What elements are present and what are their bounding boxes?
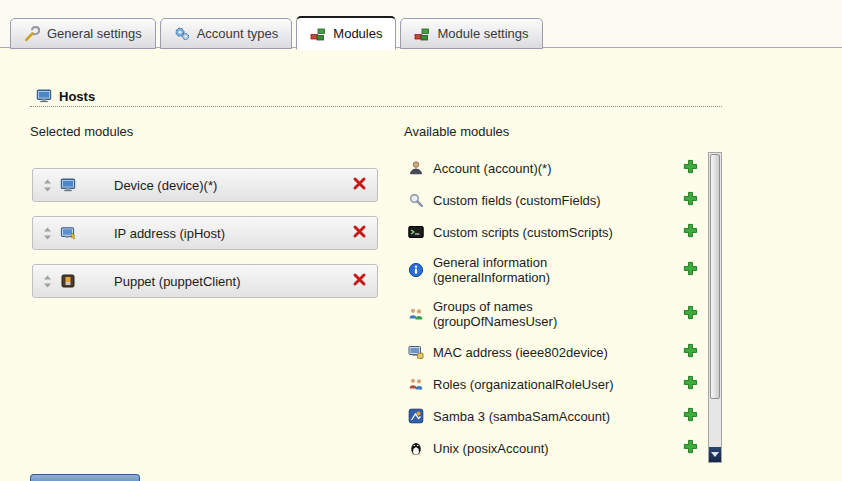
add-module-button[interactable] bbox=[683, 407, 698, 425]
drag-handle-icon[interactable] bbox=[43, 179, 52, 192]
available-module-row: Samba 3 (sambaSamAccount) bbox=[404, 400, 704, 432]
available-module-label: General information (generalInformation) bbox=[433, 255, 648, 285]
available-module-label: Groups of names (groupOfNamesUser) bbox=[433, 299, 648, 329]
selected-module-label: IP address (ipHost) bbox=[114, 226, 225, 241]
section-heading: Hosts bbox=[36, 88, 95, 104]
penguin-icon bbox=[408, 440, 424, 456]
network-chip-icon bbox=[408, 344, 424, 360]
save-button-partial[interactable] bbox=[30, 474, 140, 481]
tab-label: Module settings bbox=[437, 26, 528, 41]
tab-label: Account types bbox=[197, 26, 279, 41]
available-module-row: MAC address (ieee802device) bbox=[404, 336, 704, 368]
plus-icon bbox=[683, 375, 698, 393]
wrench-icon bbox=[24, 26, 40, 42]
remove-module-button[interactable] bbox=[352, 176, 367, 194]
terminal-icon bbox=[408, 224, 424, 240]
add-module-button[interactable] bbox=[683, 261, 698, 279]
lam-configuration-page: General settings Account types Modules M… bbox=[0, 0, 842, 481]
add-module-button[interactable] bbox=[683, 191, 698, 209]
selected-module-label: Puppet (puppetClient) bbox=[114, 274, 240, 289]
add-module-button[interactable] bbox=[683, 439, 698, 457]
add-module-button[interactable] bbox=[683, 305, 698, 323]
available-module-label: Account (account)(*) bbox=[433, 161, 648, 176]
drag-handle-icon[interactable] bbox=[43, 275, 52, 288]
tab-modules[interactable]: Modules bbox=[296, 16, 396, 50]
modules-icon bbox=[310, 26, 326, 42]
available-module-label: Samba 3 (sambaSamAccount) bbox=[433, 409, 648, 424]
selected-modules-list: Device (device)(*) IP address (ipHost) P… bbox=[32, 168, 378, 312]
available-modules-panel: Account (account)(*) Custom fields (cust… bbox=[404, 152, 722, 463]
delete-icon bbox=[352, 224, 367, 242]
available-modules-list: Account (account)(*) Custom fields (cust… bbox=[404, 152, 704, 463]
scroll-down-button[interactable] bbox=[709, 447, 721, 462]
page-title: Hosts bbox=[59, 89, 95, 104]
scrollbar-thumb[interactable] bbox=[710, 154, 720, 399]
plus-icon bbox=[683, 159, 698, 177]
plus-icon bbox=[683, 261, 698, 279]
tab-bar: General settings Account types Modules M… bbox=[10, 16, 543, 49]
puppet-icon bbox=[60, 273, 76, 289]
roles-icon bbox=[408, 376, 424, 392]
drag-handle-icon[interactable] bbox=[43, 227, 52, 240]
tab-account-types[interactable]: Account types bbox=[160, 18, 293, 49]
gears-icon bbox=[174, 26, 190, 42]
plus-icon bbox=[683, 223, 698, 241]
add-module-button[interactable] bbox=[683, 375, 698, 393]
info-icon bbox=[408, 262, 424, 278]
chevron-down-icon bbox=[711, 452, 719, 457]
section-divider bbox=[30, 106, 722, 107]
available-module-label: Unix (posixAccount) bbox=[433, 441, 648, 456]
scrollbar[interactable] bbox=[708, 152, 722, 463]
plus-icon bbox=[683, 439, 698, 457]
add-module-button[interactable] bbox=[683, 159, 698, 177]
monitor-icon bbox=[36, 88, 52, 104]
available-module-row: Custom scripts (customScripts) bbox=[404, 216, 704, 248]
tab-label: General settings bbox=[47, 26, 142, 41]
available-module-row: Roles (organizationalRoleUser) bbox=[404, 368, 704, 400]
tab-general-settings[interactable]: General settings bbox=[10, 18, 156, 49]
delete-icon bbox=[352, 176, 367, 194]
tab-module-settings[interactable]: Module settings bbox=[400, 18, 542, 49]
selected-module-row[interactable]: Device (device)(*) bbox=[32, 168, 378, 202]
available-module-row: Groups of names (groupOfNamesUser) bbox=[404, 292, 704, 336]
groups-icon bbox=[408, 306, 424, 322]
device-icon bbox=[60, 177, 76, 193]
delete-icon bbox=[352, 272, 367, 290]
plus-icon bbox=[683, 407, 698, 425]
plus-icon bbox=[683, 343, 698, 361]
available-module-row: General information (generalInformation) bbox=[404, 248, 704, 292]
samba-icon bbox=[408, 408, 424, 424]
add-module-button[interactable] bbox=[683, 223, 698, 241]
selected-module-label: Device (device)(*) bbox=[114, 178, 217, 193]
remove-module-button[interactable] bbox=[352, 224, 367, 242]
module-settings-icon bbox=[414, 26, 430, 42]
available-module-label: MAC address (ieee802device) bbox=[433, 345, 648, 360]
available-module-row: Unix (posixAccount) bbox=[404, 432, 704, 463]
add-module-button[interactable] bbox=[683, 343, 698, 361]
available-module-label: Roles (organizationalRoleUser) bbox=[433, 377, 648, 392]
account-icon bbox=[408, 160, 424, 176]
tab-label: Modules bbox=[333, 26, 382, 41]
plus-icon bbox=[683, 191, 698, 209]
magnifier-icon bbox=[408, 192, 424, 208]
available-module-label: Custom scripts (customScripts) bbox=[433, 225, 648, 240]
ip-address-icon bbox=[60, 225, 76, 241]
plus-icon bbox=[683, 305, 698, 323]
available-module-label: Custom fields (customFields) bbox=[433, 193, 648, 208]
remove-module-button[interactable] bbox=[352, 272, 367, 290]
available-module-row: Account (account)(*) bbox=[404, 152, 704, 184]
available-module-row: Custom fields (customFields) bbox=[404, 184, 704, 216]
selected-module-row[interactable]: Puppet (puppetClient) bbox=[32, 264, 378, 298]
selected-module-row[interactable]: IP address (ipHost) bbox=[32, 216, 378, 250]
selected-modules-header: Selected modules bbox=[30, 124, 133, 139]
available-modules-header: Available modules bbox=[404, 124, 509, 139]
